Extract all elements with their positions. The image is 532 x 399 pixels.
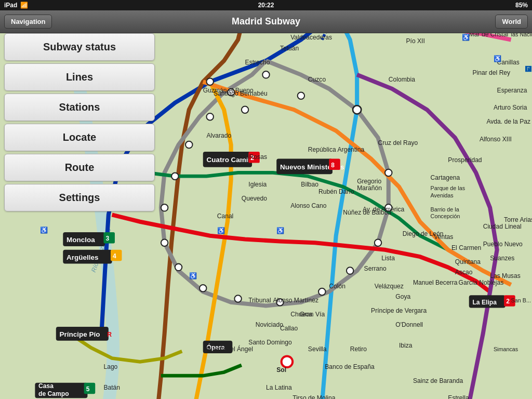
svg-text:🅿: 🅿: [525, 65, 531, 73]
svg-text:Pinar del Rey: Pinar del Rey: [472, 69, 511, 76]
svg-text:Retiro: Retiro: [350, 345, 367, 353]
svg-text:Esperanza: Esperanza: [497, 87, 527, 94]
svg-text:Sevilla: Sevilla: [308, 345, 327, 353]
svg-text:♿: ♿: [40, 226, 48, 234]
svg-text:Bilbao: Bilbao: [301, 181, 318, 188]
svg-text:Mar de Cristal: Mar de Cristal: [469, 33, 508, 38]
nav-bar: Navigation Madrid Subway World: [0, 10, 532, 33]
svg-text:República Argentina: República Argentina: [308, 146, 365, 153]
navigation-button[interactable]: Navigation: [4, 15, 52, 29]
svg-point-52: [185, 141, 192, 148]
svg-text:Prosperidad: Prosperidad: [448, 156, 482, 164]
svg-text:La Elipa: La Elipa: [472, 299, 497, 306]
svg-text:3: 3: [105, 235, 109, 242]
svg-text:Parque de las: Parque de las: [431, 185, 465, 191]
svg-text:García Noblejas: García Noblejas: [459, 279, 504, 286]
svg-text:Lista: Lista: [381, 255, 395, 262]
svg-point-37: [298, 92, 304, 99]
svg-text:Ascao: Ascao: [455, 269, 473, 276]
menu-panel: Subway status Lines Stations Locate Rout…: [4, 33, 155, 214]
svg-text:Tirso de Molina: Tirso de Molina: [292, 394, 336, 399]
svg-text:Alonso Martínez: Alonso Martínez: [273, 297, 318, 304]
svg-text:Canal: Canal: [217, 212, 234, 220]
svg-text:Alvarado: Alvarado: [206, 132, 231, 139]
svg-text:Guzmán el Bueno: Guzmán el Bueno: [203, 87, 254, 94]
svg-text:Príncipe Pío: Príncipe Pío: [60, 330, 100, 338]
svg-text:♿: ♿: [189, 272, 197, 280]
svg-point-46: [234, 295, 241, 302]
svg-text:Serrano: Serrano: [364, 265, 387, 272]
status-left: iPad 📶: [4, 2, 28, 9]
svg-text:Colón: Colón: [329, 283, 345, 290]
svg-point-30: [282, 356, 293, 367]
svg-point-44: [318, 288, 325, 295]
menu-item-subway-status[interactable]: Subway status: [4, 33, 155, 61]
page-title: Madrid Subway: [232, 16, 300, 27]
svg-text:Valdeacederas: Valdeacederas: [290, 34, 332, 41]
svg-text:Goya: Goya: [395, 293, 410, 300]
menu-item-lines[interactable]: Lines: [4, 63, 155, 91]
svg-text:Cuzco: Cuzco: [308, 76, 326, 83]
svg-text:Av. de América: Av. de América: [363, 206, 405, 213]
svg-point-40: [385, 169, 392, 176]
svg-text:Avenidas: Avenidas: [431, 192, 454, 198]
svg-text:Santo Domingo: Santo Domingo: [248, 339, 292, 346]
svg-text:Moncloa: Moncloa: [66, 236, 95, 244]
svg-text:Arturo Soria: Arturo Soria: [494, 104, 527, 111]
svg-point-43: [347, 267, 353, 274]
svg-text:Tribunal: Tribunal: [248, 297, 271, 304]
svg-point-36: [242, 106, 248, 113]
svg-text:Sainz de Baranda: Sainz de Baranda: [413, 377, 463, 384]
svg-text:Las Musas: Las Musas: [490, 272, 521, 280]
svg-text:Marañón: Marañón: [357, 184, 382, 192]
svg-text:Torre Arias: Torre Arias: [504, 216, 532, 223]
svg-point-50: [161, 204, 168, 211]
svg-point-49: [161, 239, 168, 246]
svg-text:Pío XII: Pío XII: [406, 37, 424, 45]
svg-text:O'Donnell: O'Donnell: [395, 321, 423, 328]
svg-text:las Naciones: las Naciones: [511, 33, 532, 37]
device-label: iPad: [4, 2, 17, 9]
svg-text:Ríos Rosas: Ríos Rosas: [234, 153, 267, 161]
svg-text:Colombia: Colombia: [389, 76, 415, 83]
svg-text:Ventas: Ventas: [434, 233, 453, 241]
svg-text:Alonso Cano: Alonso Cano: [290, 202, 327, 209]
svg-text:Alfonso XIII: Alfonso XIII: [480, 136, 512, 143]
svg-text:Concepción: Concepción: [431, 213, 460, 219]
wifi-icon: 📶: [20, 2, 28, 9]
svg-text:Quevedo: Quevedo: [242, 195, 267, 202]
svg-text:Velázquez: Velázquez: [375, 283, 404, 290]
svg-text:Noviciado: Noviciado: [256, 321, 283, 328]
svg-text:♿: ♿: [276, 227, 285, 235]
map-area[interactable]: Río Manzanares Plaza de Castilla: [0, 33, 532, 399]
svg-text:Sol: Sol: [276, 366, 286, 374]
svg-text:Pueblo Nuevo: Pueblo Nuevo: [483, 241, 523, 248]
svg-text:La Latina: La Latina: [266, 384, 292, 391]
menu-item-settings[interactable]: Settings: [4, 184, 155, 211]
svg-point-53: [206, 113, 213, 120]
svg-text:Quintana: Quintana: [455, 258, 481, 265]
svg-point-42: [375, 239, 381, 246]
svg-text:Iglesia: Iglesia: [248, 181, 267, 188]
status-time: 20:22: [258, 2, 274, 9]
svg-text:Chueca: Chueca: [290, 311, 312, 318]
status-bar: iPad 📶 20:22 85%: [0, 0, 532, 10]
svg-text:Manuel Becerra: Manuel Becerra: [413, 279, 458, 286]
svg-text:♿: ♿: [462, 33, 470, 42]
world-button[interactable]: World: [495, 15, 528, 29]
svg-point-38: [206, 78, 213, 85]
svg-point-47: [200, 285, 206, 291]
menu-item-stations[interactable]: Stations: [4, 94, 155, 121]
svg-text:Avda. de la Paz: Avda. de la Paz: [486, 118, 530, 125]
menu-item-route[interactable]: Route: [4, 154, 155, 181]
svg-text:5: 5: [86, 385, 90, 393]
svg-text:Batán: Batán: [103, 384, 120, 391]
svg-text:Príncipe de Vergara: Príncipe de Vergara: [371, 307, 427, 314]
svg-text:San B...: San B...: [511, 297, 531, 303]
svg-text:Argüelles: Argüelles: [66, 254, 98, 261]
svg-text:♿: ♿: [494, 55, 502, 63]
svg-text:Casa: Casa: [38, 382, 54, 390]
menu-item-locate[interactable]: Locate: [4, 124, 155, 151]
svg-text:8: 8: [331, 162, 335, 169]
svg-text:R: R: [107, 331, 112, 338]
